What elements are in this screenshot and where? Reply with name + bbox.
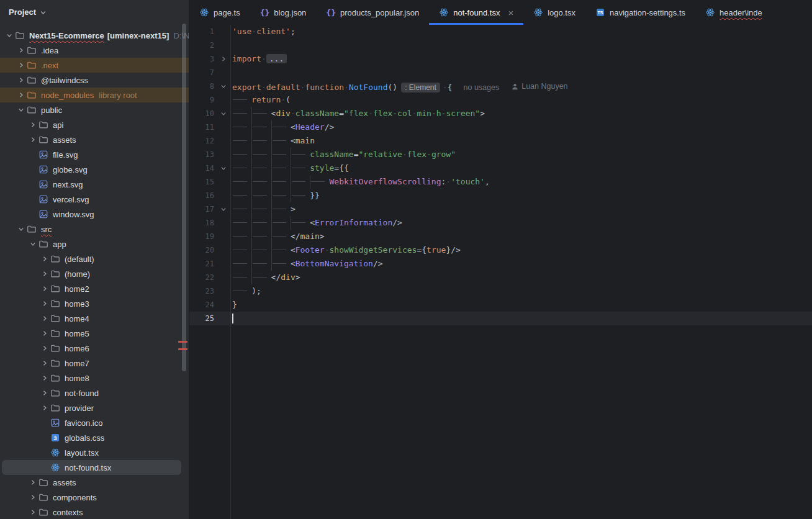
- code-line[interactable]: 25: [189, 312, 812, 325]
- chevron-down-icon[interactable]: [4, 28, 15, 43]
- code-line[interactable]: 12<main: [189, 134, 812, 148]
- tree-item-provider[interactable]: provider: [0, 400, 189, 415]
- code-text[interactable]: >: [230, 202, 295, 216]
- code-text[interactable]: style={{: [230, 161, 349, 175]
- code-line[interactable]: 13className="relative·flex-grow": [189, 148, 812, 161]
- tree-item-globe-svg[interactable]: globe.svg: [0, 162, 189, 177]
- tree-item-app[interactable]: app: [0, 237, 189, 251]
- code-line[interactable]: 7: [189, 66, 812, 79]
- code-line[interactable]: 17>: [189, 202, 812, 216]
- fold-toggle-icon[interactable]: [220, 107, 230, 120]
- code-editor[interactable]: 1'use·client';23import·...78export·defau…: [189, 25, 812, 325]
- code-line[interactable]: 1'use·client';: [189, 25, 812, 38]
- code-line[interactable]: 9return·(: [189, 93, 812, 107]
- chevron-right-icon[interactable]: [39, 311, 50, 326]
- tree-item-vercel-svg[interactable]: vercel.svg: [0, 192, 189, 207]
- tree-item-assets[interactable]: assets: [0, 132, 189, 147]
- code-line[interactable]: 10<div·className="flex·flex-col·min-h-sc…: [189, 107, 812, 120]
- tree-item-home4[interactable]: home4: [0, 311, 189, 326]
- chevron-right-icon[interactable]: [27, 132, 38, 147]
- code-line[interactable]: 23);: [189, 284, 812, 298]
- chevron-right-icon[interactable]: [39, 341, 50, 356]
- chevron-right-icon[interactable]: [39, 326, 50, 341]
- tree-item-node-modules[interactable]: node_moduleslibrary root: [0, 88, 189, 102]
- fold-toggle-icon[interactable]: [220, 202, 230, 216]
- code-text[interactable]: </div>: [230, 271, 300, 284]
- chevron-right-icon[interactable]: [39, 296, 50, 311]
- project-panel-title[interactable]: Project: [9, 7, 36, 17]
- chevron-down-icon[interactable]: [16, 102, 27, 117]
- tree-item-idea[interactable]: .idea: [0, 43, 189, 58]
- tab-page-ts[interactable]: page.ts: [189, 0, 250, 25]
- code-line[interactable]: 3import·...: [189, 52, 812, 66]
- tree-item-home3[interactable]: home3: [0, 296, 189, 311]
- code-line[interactable]: 24}: [189, 298, 812, 312]
- tree-item-not-found-tsx[interactable]: not-found.tsx: [0, 460, 189, 475]
- chevron-right-icon[interactable]: [39, 400, 50, 415]
- tab-blog-json[interactable]: {}blog.json: [250, 0, 317, 25]
- chevron-right-icon[interactable]: [39, 251, 50, 266]
- chevron-right-icon[interactable]: [16, 43, 27, 58]
- tree-item-favicon-ico[interactable]: favicon.ico: [0, 415, 189, 430]
- fold-toggle-icon[interactable]: [220, 79, 230, 93]
- code-line[interactable]: 2: [189, 38, 812, 52]
- tab-close-icon[interactable]: ×: [508, 8, 513, 17]
- chevron-right-icon[interactable]: [39, 371, 50, 386]
- project-tree-scrollbar[interactable]: [182, 24, 186, 371]
- tree-item-not-found[interactable]: not-found: [0, 386, 189, 400]
- chevron-right-icon[interactable]: [16, 88, 27, 102]
- tree-item-layout-tsx[interactable]: layout.tsx: [0, 445, 189, 460]
- code-line[interactable]: 21<BottomNavigation/>: [189, 257, 812, 271]
- tree-item-home5[interactable]: home5: [0, 326, 189, 341]
- chevron-right-icon[interactable]: [39, 386, 50, 400]
- tab-header-inde[interactable]: header\inde: [695, 0, 772, 25]
- tree-item-home8[interactable]: home8: [0, 371, 189, 386]
- code-text[interactable]: <div·className="flex·flex-col·min-h-scre…: [230, 107, 485, 120]
- author-inlay-hint[interactable]: Luan Nguyen: [512, 79, 567, 93]
- code-text[interactable]: 'use·client';: [230, 25, 295, 38]
- tab-products-popular-json[interactable]: {}products_popular.json: [316, 0, 429, 25]
- code-line[interactable]: 14style={{: [189, 161, 812, 175]
- code-line[interactable]: 15WebkitOverflowScrolling:·'touch',: [189, 175, 812, 189]
- chevron-down-icon[interactable]: [27, 237, 38, 251]
- chevron-right-icon[interactable]: [16, 58, 27, 73]
- code-line[interactable]: 18<ErrorInformation/>: [189, 216, 812, 230]
- code-text[interactable]: export·default·function·NotFound(): Elem…: [230, 79, 568, 93]
- code-text[interactable]: WebkitOverflowScrolling:·'touch',: [230, 175, 490, 189]
- tree-item-public[interactable]: public: [0, 102, 189, 117]
- chevron-right-icon[interactable]: [27, 490, 38, 505]
- usages-inlay-hint[interactable]: no usages: [464, 83, 500, 92]
- fold-toggle-icon[interactable]: [220, 161, 230, 175]
- chevron-right-icon[interactable]: [16, 73, 27, 88]
- chevron-right-icon[interactable]: [39, 281, 50, 296]
- code-line[interactable]: 11<Header/>: [189, 120, 812, 134]
- tree-item-file-svg[interactable]: file.svg: [0, 147, 189, 162]
- tree-item-home[interactable]: (home): [0, 266, 189, 281]
- chevron-down-icon[interactable]: [16, 222, 27, 237]
- tab-not-found-tsx[interactable]: not-found.tsx×: [429, 0, 523, 25]
- fold-toggle-icon[interactable]: [220, 52, 230, 66]
- code-text[interactable]: }}: [230, 189, 320, 202]
- tree-item-home2[interactable]: home2: [0, 281, 189, 296]
- chevron-right-icon[interactable]: [39, 266, 50, 281]
- tree-item-tailwindcss[interactable]: @tailwindcss: [0, 73, 189, 88]
- code-text[interactable]: );: [230, 284, 261, 298]
- chevron-right-icon[interactable]: [27, 475, 38, 490]
- tree-item-contexts[interactable]: contexts: [0, 505, 189, 519]
- code-line[interactable]: 19</main>: [189, 230, 812, 243]
- chevron-right-icon[interactable]: [27, 505, 38, 519]
- tree-item-assets[interactable]: assets: [0, 475, 189, 490]
- tree-item-next[interactable]: .next: [0, 58, 189, 73]
- chevron-right-icon[interactable]: [27, 117, 38, 132]
- code-text[interactable]: <ErrorInformation/>: [230, 216, 402, 230]
- tab-logo-tsx[interactable]: logo.tsx: [523, 0, 585, 25]
- tree-item-home7[interactable]: home7: [0, 356, 189, 371]
- code-text[interactable]: <main: [230, 134, 315, 148]
- tree-item-components[interactable]: components: [0, 490, 189, 505]
- tree-item-next15-ecommerce[interactable]: Next15-Ecommerce[uminex-next15]D:\N: [0, 28, 189, 43]
- code-line[interactable]: 16}}: [189, 189, 812, 202]
- code-text[interactable]: import·...: [230, 52, 287, 66]
- code-text[interactable]: <Header/>: [230, 120, 334, 134]
- tree-item-globals-css[interactable]: 3globals.css: [0, 430, 189, 445]
- tree-item-default[interactable]: (default): [0, 251, 189, 266]
